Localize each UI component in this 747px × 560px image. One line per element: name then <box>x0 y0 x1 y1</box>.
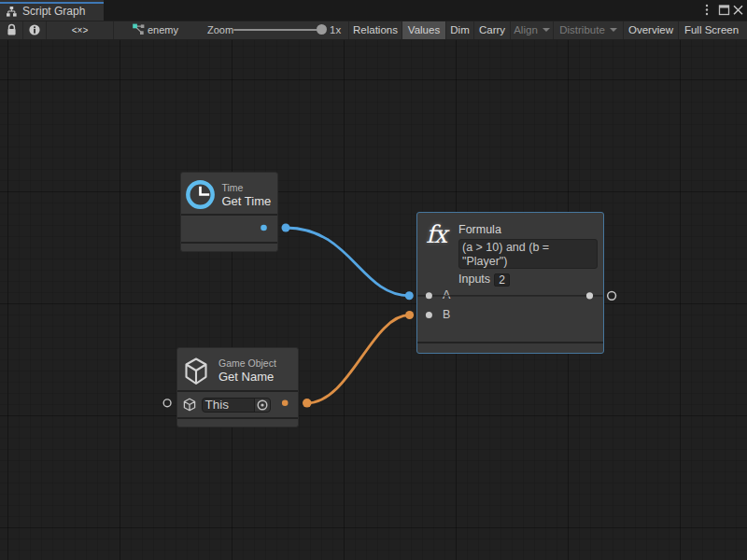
graph-toolbar: <×> enemy Zoom 1x Relations Values Dim C… <box>0 21 747 39</box>
carry-button[interactable]: Carry <box>474 21 510 39</box>
node-separator <box>417 342 603 343</box>
align-button[interactable]: Align <box>511 21 553 39</box>
target-object-value: This <box>205 399 230 413</box>
graph-icon <box>131 23 145 36</box>
graph-canvas[interactable]: Time Get Time fx Formula (a > 10) and (b… <box>0 40 747 560</box>
port-ring-formula-result-external[interactable] <box>608 291 616 300</box>
chevron-down-icon <box>610 28 617 32</box>
maximize-icon <box>717 0 731 21</box>
edge-gettime-to-formula[interactable] <box>286 228 409 296</box>
distribute-button-label: Distribute <box>559 24 605 35</box>
kebab-menu-icon <box>700 0 713 21</box>
cube-icon-small <box>183 398 196 412</box>
graph-breadcrumb-label: enemy <box>148 24 178 35</box>
formula-inputs-label: Inputs <box>458 273 490 286</box>
window-maximize-button[interactable] <box>717 0 731 21</box>
edges-overlay <box>0 40 747 560</box>
window-menu-button[interactable] <box>700 0 713 21</box>
window-close-button[interactable] <box>731 0 745 21</box>
object-picker-icon <box>257 399 268 411</box>
cube-icon <box>185 357 207 385</box>
node-title: Get Name <box>218 370 274 384</box>
node-title: Formula <box>458 223 501 236</box>
script-graph-icon <box>7 7 17 17</box>
port-dot-formula-b-external[interactable] <box>405 311 414 319</box>
node-get-time[interactable]: Time Get Time <box>180 172 278 252</box>
lock-icon <box>6 23 18 36</box>
graph-breadcrumb[interactable]: enemy <box>114 21 207 39</box>
info-icon <box>29 24 40 35</box>
node-category: Time <box>222 182 244 193</box>
port-b-label: B <box>443 308 450 321</box>
port-dot-formula-a-external[interactable] <box>405 291 414 300</box>
port-a-label: A <box>443 288 450 301</box>
distribute-button[interactable]: Distribute <box>554 21 623 39</box>
formula-expression-input[interactable]: (a > 10) and (b = "Player") <box>458 239 598 269</box>
node-separator <box>177 390 298 392</box>
node-separator <box>177 417 298 419</box>
zoom-slider-knob[interactable] <box>317 24 327 35</box>
zoom-control: Zoom 1x <box>207 21 348 39</box>
info-button[interactable] <box>23 21 46 39</box>
align-button-label: Align <box>514 24 538 35</box>
node-get-name[interactable]: Game Object Get Name This <box>176 347 299 427</box>
node-title: Get Time <box>222 194 272 208</box>
zoom-value: 1x <box>330 24 341 35</box>
overview-button[interactable]: Overview <box>624 21 678 39</box>
values-button[interactable]: Values <box>402 21 445 39</box>
port-ring-getname-target[interactable] <box>163 399 171 407</box>
port-dot-gettime-output-external[interactable] <box>282 224 290 232</box>
formula-inputs-count-input[interactable]: 2 <box>494 273 510 287</box>
script-graph-window: Script Graph <box>0 0 747 560</box>
node-separator <box>181 242 277 244</box>
zoom-slider[interactable] <box>233 29 317 31</box>
edge-getname-to-formula[interactable] <box>307 315 410 403</box>
dim-button[interactable]: Dim <box>446 21 473 39</box>
node-formula[interactable]: fx Formula (a > 10) and (b = "Player") I… <box>416 212 604 354</box>
zoom-label: Zoom <box>207 24 233 35</box>
port-dot-getname-output-external[interactable] <box>303 399 312 408</box>
tab-active-accent <box>0 2 104 4</box>
clock-icon <box>186 180 215 209</box>
node-separator <box>181 214 277 216</box>
target-object-field[interactable]: This <box>202 398 271 413</box>
object-picker-button[interactable] <box>254 399 270 413</box>
node-category: Game Object <box>218 357 276 369</box>
lock-button[interactable] <box>0 21 22 39</box>
close-icon <box>731 0 745 21</box>
tab-script-graph[interactable]: Script Graph <box>0 0 104 21</box>
chevron-down-icon <box>543 28 550 32</box>
code-view-button[interactable]: <×> <box>47 21 113 39</box>
tab-title: Script Graph <box>22 5 85 18</box>
fullscreen-button[interactable]: Full Screen <box>679 21 744 39</box>
fx-icon: fx <box>426 220 459 252</box>
relations-button[interactable]: Relations <box>349 21 402 39</box>
tab-bar: Script Graph <box>0 0 747 21</box>
